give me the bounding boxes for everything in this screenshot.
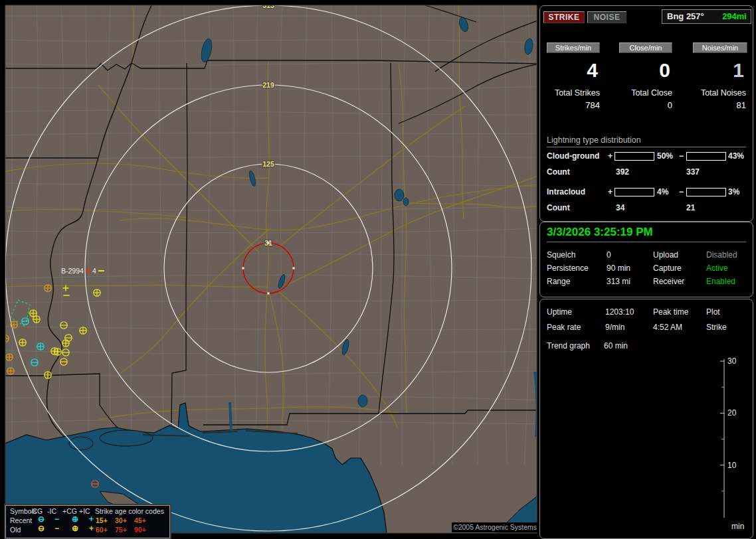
ring-label-125: 125	[262, 160, 274, 168]
peak-rate-label: Peak rate	[547, 323, 581, 332]
cg-minus-pct: 43%	[728, 151, 744, 161]
legend-text: ⊖	[38, 524, 45, 532]
storm-cell-count: 4	[92, 267, 96, 275]
ic-minus-count: 21	[686, 203, 695, 212]
copyright-text: ©2005 Astrogenic Systems	[452, 522, 538, 532]
persistence-label: Persistence	[547, 264, 589, 273]
strike-symbol	[45, 372, 51, 378]
cg-minus-count: 337	[686, 167, 700, 177]
minus-sign: −	[679, 151, 684, 161]
range-label: Range	[547, 277, 570, 286]
strike-mode-button[interactable]: STRIKE	[543, 11, 585, 23]
close-rate-value: 0	[619, 59, 671, 82]
count-label: Count	[547, 167, 570, 177]
count-label: Count	[547, 203, 570, 212]
minus-sign: −	[679, 187, 684, 196]
plus-sign: +	[608, 187, 613, 196]
strike-symbol	[6, 354, 13, 360]
trend-y-label: 20	[727, 408, 737, 418]
uptime-label: Uptime	[547, 307, 572, 317]
datetime-display: 3/3/2026 3:25:19 PM	[547, 226, 746, 242]
cloud-ground-row: Cloud-ground + 50% − 43%	[540, 151, 753, 161]
trend-graph-row: Trend graph 60 min	[540, 341, 753, 352]
ic-minus-pct: 3%	[728, 187, 739, 196]
peak-rate-value: 9/min	[605, 323, 624, 332]
noise-mode-button[interactable]: NOISE	[587, 11, 626, 23]
strikes-rate-value: 4	[547, 59, 599, 82]
receiver-label: Receiver	[653, 277, 684, 286]
strike-symbol	[94, 289, 100, 296]
close-per-min-label: Close/min	[619, 42, 672, 53]
status-panel: 3/3/2026 3:25:19 PM Squelch 0 Upload Dis…	[539, 222, 753, 297]
intracloud-row: Intracloud + 4% − 3%	[540, 187, 753, 196]
total-strikes-label: Total Strikes	[547, 88, 600, 98]
uptime-value: 1203:10	[605, 307, 634, 317]
ic-count-row: Count 34 21	[540, 203, 753, 212]
upload-value: Disabled	[706, 250, 737, 260]
squelch-label: Squelch	[547, 250, 575, 260]
legend-text: −	[54, 515, 59, 523]
noises-per-min-label: Noises/min	[693, 42, 747, 53]
total-noises-value: 81	[693, 100, 746, 110]
legend-text: Recent	[10, 516, 32, 524]
plus-sign: +	[608, 151, 613, 161]
legend-text: 90+	[134, 526, 146, 534]
total-noises-label: Total Noises	[693, 88, 746, 98]
trend-graph-value: 60 min	[604, 341, 628, 350]
peak-rate-row: Peak rate 9/min 4:52 AM Strike	[540, 323, 753, 333]
strike-symbol	[62, 340, 69, 346]
ic-minus-bar	[686, 188, 726, 196]
counters-panel: STRIKE NOISE Bng 257° 294mi Strikes/min …	[539, 5, 753, 222]
total-strikes-value: 784	[547, 100, 600, 110]
strike-symbol	[19, 339, 26, 346]
legend-text: −	[54, 524, 59, 532]
squelch-value: 0	[607, 250, 611, 260]
cloud-ground-label: Cloud-ground	[547, 151, 599, 161]
status-row: Range 313 mi Receiver Enabled	[540, 277, 753, 287]
trend-y-label: 30	[727, 356, 737, 366]
legend-text: Old	[10, 526, 21, 534]
cg-minus-bar	[686, 152, 726, 161]
ic-plus-count: 34	[616, 203, 624, 212]
strike-symbol	[80, 327, 86, 334]
cg-count-row: Count 392 337	[540, 167, 753, 177]
capture-value: Active	[706, 264, 728, 273]
strike-symbol	[45, 285, 51, 291]
storm-cell-id: B-2994	[61, 267, 84, 275]
legend-text: Strike age color codes	[95, 507, 164, 515]
ic-plus-pct: 4%	[657, 187, 668, 196]
ring-label-219: 219	[262, 81, 274, 89]
legend-text: ⊖	[38, 515, 45, 523]
legend-text: ⊕	[72, 524, 78, 532]
legend-text: 45+	[134, 516, 146, 524]
plot-label: Plot	[706, 307, 720, 317]
lightning-map[interactable]: 31321912531 B-29944	[0, 0, 539, 539]
legend-text: ⊕	[72, 515, 78, 523]
status-row: Persistence 90 min Capture Active	[540, 264, 753, 274]
strike-symbol	[11, 321, 17, 328]
upload-label: Upload	[653, 250, 678, 260]
strike-symbol	[54, 348, 61, 355]
strike-symbol	[7, 368, 14, 374]
app-window: 31321912531 B-29944 Symbols-CG-IC+CG+ICS…	[0, 0, 756, 539]
legend-text: 75+	[115, 526, 127, 534]
cg-plus-count: 392	[616, 167, 629, 177]
intracloud-label: Intracloud	[547, 187, 585, 196]
legend-text: 60+	[96, 526, 108, 534]
trend-y-label: 10	[727, 461, 737, 470]
legend-text: +	[89, 515, 94, 523]
strike-symbol	[33, 316, 40, 323]
bearing-distance: 294mi	[722, 10, 747, 23]
status-row: Squelch 0 Upload Disabled	[540, 250, 753, 261]
persistence-value: 90 min	[607, 264, 630, 273]
range-value: 313 mi	[607, 277, 630, 286]
strike-symbol	[37, 343, 44, 350]
trend-x-unit: min	[731, 522, 744, 531]
strikes-per-min-label: Strikes/min	[547, 42, 600, 53]
legend-text: +	[89, 524, 94, 532]
trend-chart: 3020106050403020100min	[541, 355, 751, 536]
cg-plus-bar	[614, 152, 654, 161]
noises-rate-value: 1	[693, 59, 745, 82]
total-close-label: Total Close	[619, 88, 672, 98]
bearing-value: Bng 257°	[667, 10, 704, 23]
